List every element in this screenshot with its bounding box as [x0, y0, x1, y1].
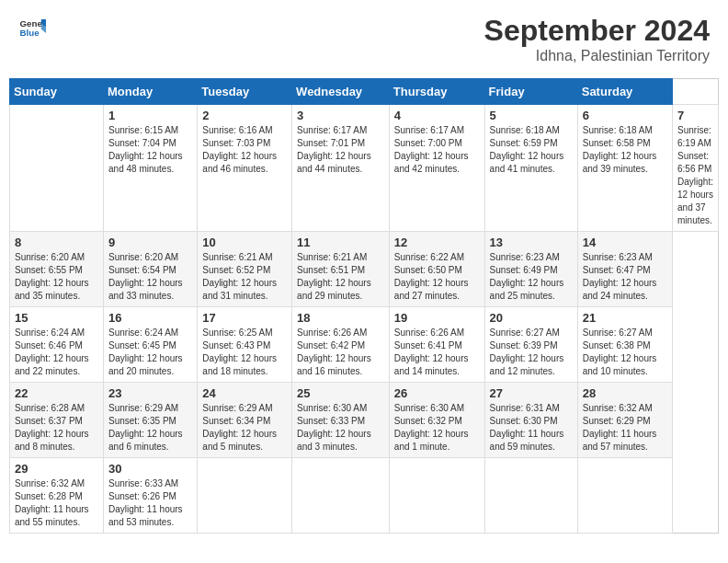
calendar-cell: 2 Sunrise: 6:16 AM Sunset: 7:03 PM Dayli…: [198, 105, 292, 232]
day-number: 3: [297, 109, 384, 122]
calendar-cell: [198, 458, 292, 534]
calendar-cell: 16 Sunrise: 6:24 AM Sunset: 6:45 PM Dayl…: [104, 307, 198, 383]
cell-content: Sunrise: 6:28 AM Sunset: 6:37 PM Dayligh…: [15, 402, 98, 454]
svg-text:Blue: Blue: [20, 28, 40, 38]
month-title: September 2024: [484, 14, 710, 48]
cell-content: Sunrise: 6:21 AM Sunset: 6:51 PM Dayligh…: [297, 251, 384, 303]
day-number: 11: [297, 236, 384, 249]
day-number: 1: [108, 109, 192, 122]
col-header-sunday: Sunday: [10, 79, 104, 105]
cell-content: Sunrise: 6:23 AM Sunset: 6:49 PM Dayligh…: [490, 251, 573, 303]
day-number: 5: [490, 109, 573, 122]
calendar-cell: 18 Sunrise: 6:26 AM Sunset: 6:42 PM Dayl…: [292, 307, 390, 383]
col-header-thursday: Thursday: [389, 79, 484, 105]
cell-content: Sunrise: 6:26 AM Sunset: 6:41 PM Dayligh…: [394, 327, 480, 378]
calendar-cell: 7 Sunrise: 6:19 AM Sunset: 6:56 PM Dayli…: [673, 105, 719, 232]
calendar-cell: 4 Sunrise: 6:17 AM Sunset: 7:00 PM Dayli…: [389, 105, 484, 232]
calendar-cell: 9 Sunrise: 6:20 AM Sunset: 6:54 PM Dayli…: [104, 232, 198, 307]
cell-content: Sunrise: 6:33 AM Sunset: 6:26 PM Dayligh…: [108, 477, 192, 529]
cell-content: Sunrise: 6:16 AM Sunset: 7:03 PM Dayligh…: [202, 124, 287, 176]
day-number: 26: [394, 386, 480, 400]
col-header-tuesday: Tuesday: [198, 79, 292, 105]
cell-content: Sunrise: 6:25 AM Sunset: 6:43 PM Dayligh…: [202, 327, 287, 378]
cell-content: Sunrise: 6:18 AM Sunset: 6:58 PM Dayligh…: [583, 124, 667, 176]
cell-content: Sunrise: 6:32 AM Sunset: 6:29 PM Dayligh…: [583, 402, 667, 454]
day-number: 24: [202, 386, 287, 400]
day-number: 13: [490, 236, 573, 249]
calendar-cell: 26 Sunrise: 6:30 AM Sunset: 6:32 PM Dayl…: [389, 383, 484, 458]
logo-icon: General Blue: [18, 14, 46, 41]
calendar-cell: 23 Sunrise: 6:29 AM Sunset: 6:35 PM Dayl…: [104, 383, 198, 458]
day-number: 9: [108, 236, 192, 249]
calendar-cell: 10 Sunrise: 6:21 AM Sunset: 6:52 PM Dayl…: [198, 232, 292, 307]
calendar-week-row: 29 Sunrise: 6:32 AM Sunset: 6:28 PM Dayl…: [10, 458, 719, 534]
cell-content: Sunrise: 6:26 AM Sunset: 6:42 PM Dayligh…: [297, 327, 384, 378]
calendar-cell: 27 Sunrise: 6:31 AM Sunset: 6:30 PM Dayl…: [484, 383, 577, 458]
cell-content: Sunrise: 6:30 AM Sunset: 6:33 PM Dayligh…: [297, 402, 384, 454]
day-number: 7: [677, 109, 713, 122]
calendar-cell: 19 Sunrise: 6:26 AM Sunset: 6:41 PM Dayl…: [389, 307, 484, 383]
calendar-cell: 15 Sunrise: 6:24 AM Sunset: 6:46 PM Dayl…: [10, 307, 104, 383]
cell-content: Sunrise: 6:24 AM Sunset: 6:45 PM Dayligh…: [108, 327, 192, 378]
cell-content: Sunrise: 6:22 AM Sunset: 6:50 PM Dayligh…: [394, 251, 480, 303]
day-number: 18: [297, 311, 384, 325]
cell-content: Sunrise: 6:29 AM Sunset: 6:34 PM Dayligh…: [202, 402, 287, 454]
cell-content: Sunrise: 6:17 AM Sunset: 7:00 PM Dayligh…: [394, 124, 480, 176]
cell-content: Sunrise: 6:21 AM Sunset: 6:52 PM Dayligh…: [202, 251, 287, 303]
calendar-cell: [389, 458, 484, 534]
col-header-monday: Monday: [104, 79, 198, 105]
calendar-cell: 21 Sunrise: 6:27 AM Sunset: 6:38 PM Dayl…: [577, 307, 672, 383]
day-number: 17: [202, 311, 287, 325]
calendar-week-row: 1 Sunrise: 6:15 AM Sunset: 7:04 PM Dayli…: [10, 105, 719, 232]
calendar-cell: 30 Sunrise: 6:33 AM Sunset: 6:26 PM Dayl…: [104, 458, 198, 534]
cell-content: Sunrise: 6:15 AM Sunset: 7:04 PM Dayligh…: [108, 124, 192, 176]
cell-content: Sunrise: 6:20 AM Sunset: 6:55 PM Dayligh…: [15, 251, 98, 303]
calendar-cell: 13 Sunrise: 6:23 AM Sunset: 6:49 PM Dayl…: [484, 232, 577, 307]
col-header-wednesday: Wednesday: [292, 79, 390, 105]
cell-content: Sunrise: 6:23 AM Sunset: 6:47 PM Dayligh…: [583, 251, 667, 303]
title-block: September 2024 Idhna, Palestinian Territ…: [484, 14, 710, 64]
day-number: 8: [15, 236, 98, 249]
day-number: 20: [490, 311, 573, 325]
cell-content: Sunrise: 6:27 AM Sunset: 6:39 PM Dayligh…: [490, 327, 573, 378]
cell-content: Sunrise: 6:29 AM Sunset: 6:35 PM Dayligh…: [108, 402, 192, 454]
calendar-cell: 17 Sunrise: 6:25 AM Sunset: 6:43 PM Dayl…: [198, 307, 292, 383]
cell-content: Sunrise: 6:20 AM Sunset: 6:54 PM Dayligh…: [108, 251, 192, 303]
day-number: 14: [583, 236, 667, 249]
day-number: 15: [15, 311, 98, 325]
cell-content: Sunrise: 6:18 AM Sunset: 6:59 PM Dayligh…: [490, 124, 573, 176]
day-number: 6: [583, 109, 667, 122]
calendar-cell: 11 Sunrise: 6:21 AM Sunset: 6:51 PM Dayl…: [292, 232, 390, 307]
day-number: 21: [583, 311, 667, 325]
page-header: General Blue September 2024 Idhna, Pales…: [9, 9, 719, 69]
calendar-cell: 28 Sunrise: 6:32 AM Sunset: 6:29 PM Dayl…: [577, 383, 672, 458]
calendar-cell: 8 Sunrise: 6:20 AM Sunset: 6:55 PM Dayli…: [10, 232, 104, 307]
day-number: 28: [583, 386, 667, 400]
cell-content: Sunrise: 6:19 AM Sunset: 6:56 PM Dayligh…: [677, 124, 713, 227]
day-number: 29: [15, 462, 98, 476]
day-number: 16: [108, 311, 192, 325]
calendar-cell: 22 Sunrise: 6:28 AM Sunset: 6:37 PM Dayl…: [10, 383, 104, 458]
calendar-cell: 5 Sunrise: 6:18 AM Sunset: 6:59 PM Dayli…: [484, 105, 577, 232]
logo: General Blue: [18, 14, 46, 41]
calendar-header-row: SundayMondayTuesdayWednesdayThursdayFrid…: [10, 79, 719, 105]
col-header-friday: Friday: [484, 79, 577, 105]
calendar-cell: 29 Sunrise: 6:32 AM Sunset: 6:28 PM Dayl…: [10, 458, 104, 534]
col-header-saturday: Saturday: [577, 79, 672, 105]
cell-content: Sunrise: 6:17 AM Sunset: 7:01 PM Dayligh…: [297, 124, 384, 176]
calendar-cell: [484, 458, 577, 534]
day-number: 19: [394, 311, 480, 325]
calendar-cell: [292, 458, 390, 534]
calendar-week-row: 8 Sunrise: 6:20 AM Sunset: 6:55 PM Dayli…: [10, 232, 719, 307]
calendar-cell: 20 Sunrise: 6:27 AM Sunset: 6:39 PM Dayl…: [484, 307, 577, 383]
calendar-cell: 24 Sunrise: 6:29 AM Sunset: 6:34 PM Dayl…: [198, 383, 292, 458]
calendar-cell: 6 Sunrise: 6:18 AM Sunset: 6:58 PM Dayli…: [577, 105, 672, 232]
day-number: 22: [15, 386, 98, 400]
calendar-cell: 14 Sunrise: 6:23 AM Sunset: 6:47 PM Dayl…: [577, 232, 672, 307]
location-title: Idhna, Palestinian Territory: [484, 48, 710, 64]
day-number: 25: [297, 386, 384, 400]
cell-content: Sunrise: 6:30 AM Sunset: 6:32 PM Dayligh…: [394, 402, 480, 454]
day-number: 30: [108, 462, 192, 476]
cell-content: Sunrise: 6:24 AM Sunset: 6:46 PM Dayligh…: [15, 327, 98, 378]
day-number: 12: [394, 236, 480, 249]
